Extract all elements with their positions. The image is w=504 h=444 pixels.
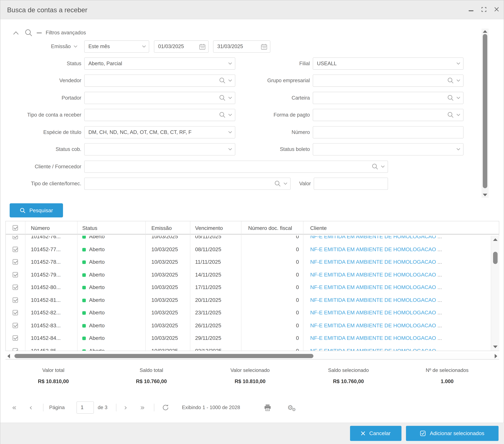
table-row[interactable]: 101452-81... Aberto 10/03/2025 20/11/202… [6,294,491,307]
row-checkbox[interactable] [13,335,18,341]
chevron-down-icon[interactable] [381,165,385,168]
print-button[interactable] [264,401,271,414]
collapse-filters-icon[interactable] [13,31,19,34]
cliente-link[interactable]: NF-E EMITIDA EM AMBIENTE DE HOMOLOGACAO [310,322,436,328]
status-boleto-combo[interactable] [313,143,464,155]
column-header-cliente[interactable]: Cliente [303,221,491,235]
search-icon[interactable] [447,111,454,119]
cliente-link[interactable]: NF-E EMITIDA EM AMBIENTE DE HOMOLOGACAO [310,236,436,239]
row-checkbox[interactable] [13,310,18,315]
cliente-link[interactable]: NF-E EMITIDA EM AMBIENTE DE HOMOLOGACAO [310,284,436,290]
date-to-field[interactable]: 31/03/2025 [213,40,270,53]
horizontal-scrollbar-thumb[interactable] [15,354,313,358]
select-all-checkbox[interactable] [13,225,18,231]
grid-settings-button[interactable]: ⚙ ⚙ [288,401,296,414]
scroll-down-arrow[interactable] [483,194,487,196]
tipo-cliente-combo[interactable] [84,178,290,190]
carteira-combo[interactable] [313,92,464,104]
table-row[interactable]: 101452-79... Aberto 10/03/2025 14/11/202… [6,268,491,281]
row-checkbox[interactable] [13,285,18,290]
row-checkbox[interactable] [13,297,18,303]
column-header-vencimento[interactable]: Vencimento [190,221,241,235]
page-number-input[interactable] [76,401,94,414]
date-from-field[interactable]: 01/03/2025 [154,40,209,53]
valor-input[interactable] [318,178,384,189]
chevron-down-icon[interactable] [456,148,460,151]
close-button[interactable] [493,7,500,13]
chevron-down-icon[interactable] [456,62,460,65]
next-page-button[interactable]: › [124,401,127,414]
cliente-fornecedor-combo[interactable] [84,161,388,173]
forma-pagto-combo[interactable] [313,109,464,121]
table-scrollbar-thumb[interactable] [493,252,498,264]
column-header-doc-fiscal[interactable]: Número doc. fiscal [241,221,303,235]
refresh-button[interactable] [162,401,169,414]
filters-scrollbar-thumb[interactable] [483,34,487,188]
chevron-down-icon[interactable] [456,114,460,116]
cell-cliente: NF-E EMITIDA EM AMBIENTE DE HOMOLOGACAO … [303,319,491,332]
cliente-link[interactable]: NF-E EMITIDA EM AMBIENTE DE HOMOLOGACAO [310,259,436,265]
grupo-empresarial-combo[interactable] [313,74,464,87]
row-checkbox[interactable] [13,259,18,265]
scroll-down-arrow[interactable] [493,345,498,348]
search-icon[interactable] [372,163,378,170]
cliente-link[interactable]: NF-E EMITIDA EM AMBIENTE DE HOMOLOGACAO [310,335,436,341]
cliente-link[interactable]: NF-E EMITIDA EM AMBIENTE DE HOMOLOGACAO [310,246,436,252]
column-header-emissao[interactable]: Emissão [145,221,190,235]
last-page-button[interactable]: » [140,401,145,414]
search-icon[interactable] [447,77,454,84]
cliente-link[interactable]: NF-E EMITIDA EM AMBIENTE DE HOMOLOGACAO [310,348,436,351]
chevron-down-icon[interactable] [456,97,460,99]
numero-input[interactable] [317,127,459,138]
table-row[interactable]: 101452-80... Aberto 10/03/2025 17/11/202… [6,281,491,294]
table-row[interactable]: 101452-83... Aberto 10/03/2025 26/11/202… [6,319,491,332]
valor-field[interactable] [314,178,388,190]
search-button[interactable]: Pesquisar [10,203,63,218]
table-row[interactable]: 101452-82... Aberto 10/03/2025 23/11/202… [6,307,491,319]
column-header-numero[interactable]: Número [25,221,77,235]
divider [43,404,43,411]
cliente-link[interactable]: NF-E EMITIDA EM AMBIENTE DE HOMOLOGACAO [310,272,436,277]
table-row[interactable]: 101452-76... Aberto 10/03/2025 05/11/202… [6,236,491,243]
chevron-down-icon[interactable] [456,79,460,82]
first-page-button[interactable]: « [12,401,17,414]
table-row[interactable]: 101452-77... Aberto 10/03/2025 08/11/202… [6,243,491,256]
numero-field[interactable] [313,126,464,138]
status-combo[interactable]: Aberto, Parcial [84,58,235,70]
scroll-up-arrow[interactable] [483,30,487,33]
emissao-label-group[interactable]: Emissão [7,40,77,53]
table-row[interactable]: 101452-84... Aberto 10/03/2025 29/11/202… [6,332,491,344]
filial-combo[interactable]: USEALL [313,58,464,70]
search-icon[interactable] [447,94,454,102]
row-checkbox[interactable] [13,323,18,328]
scroll-up-arrow[interactable] [493,238,498,241]
search-icon[interactable] [274,180,281,187]
row-checkbox[interactable] [13,272,18,277]
portador-combo[interactable] [84,92,235,104]
maximize-button[interactable] [481,7,487,13]
chevron-down-icon[interactable] [284,182,288,185]
especie-titulo-combo[interactable]: DM, CH, ND, NC, AD, OT, CM, CB, CT, RF, … [84,126,235,138]
cancel-button[interactable]: Cancelar [350,426,401,441]
table-row[interactable]: 101452-85... Aberto 10/03/2025 02/12/202… [6,344,491,351]
calendar-icon[interactable] [199,44,205,50]
scroll-left-arrow[interactable] [7,354,10,358]
column-header-status[interactable]: Status [77,221,145,235]
cliente-link[interactable]: NF-E EMITIDA EM AMBIENTE DE HOMOLOGACAO [310,297,436,303]
minimize-button[interactable] [468,7,474,13]
tipo-conta-combo[interactable] [84,109,235,121]
add-selected-button[interactable]: Adicionar selecionados [406,426,499,441]
calendar-icon[interactable] [261,44,267,50]
row-checkbox[interactable] [13,348,18,351]
prev-page-button[interactable]: ‹ [29,401,32,414]
vendedor-combo[interactable] [84,74,235,87]
add-selected-button-label: Adicionar selecionados [430,430,484,436]
scroll-right-arrow[interactable] [495,354,497,358]
emissao-period-combo[interactable]: Este mês [84,40,149,53]
cliente-link[interactable]: NF-E EMITIDA EM AMBIENTE DE HOMOLOGACAO [310,310,436,315]
status-cob-combo[interactable] [84,143,235,155]
row-checkbox[interactable] [13,236,18,239]
table-row[interactable]: 101452-78... Aberto 10/03/2025 11/11/202… [6,256,491,268]
row-checkbox[interactable] [13,246,18,252]
chevron-down-icon[interactable] [142,45,146,48]
